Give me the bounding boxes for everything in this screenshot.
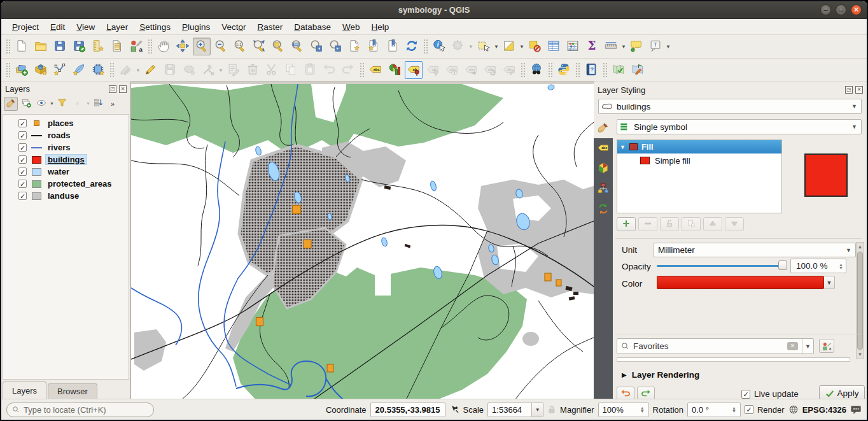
delete-selected-button[interactable] bbox=[244, 61, 262, 79]
color-dropdown-icon[interactable]: ▼ bbox=[824, 276, 835, 289]
measure-line-button[interactable] bbox=[602, 38, 620, 55]
rotation-spinbox[interactable]: 0.0 ° ▲▼ bbox=[687, 403, 741, 417]
save-project-as-button[interactable] bbox=[70, 38, 88, 55]
close-panel-icon[interactable]: ✕ bbox=[855, 86, 863, 94]
filter-legend-button[interactable] bbox=[55, 97, 69, 111]
renderer-combo[interactable]: Single symbol ▼ bbox=[617, 119, 862, 134]
symbology-3d-tab[interactable] bbox=[594, 159, 613, 179]
render-checkbox[interactable]: ✓ bbox=[745, 405, 753, 414]
zoom-last-button[interactable] bbox=[307, 38, 325, 55]
expand-collapse-all-button[interactable] bbox=[92, 97, 106, 111]
close-panel-icon[interactable]: ✕ bbox=[119, 85, 127, 93]
history-tab-tab[interactable] bbox=[594, 199, 613, 220]
menu-help[interactable]: Help bbox=[366, 20, 395, 34]
magnifier-spinbox[interactable]: 100% ▲▼ bbox=[598, 403, 649, 417]
zoom-native-button[interactable]: 1:1 bbox=[231, 38, 249, 55]
highlight-pinned-labels-button[interactable]: ab bbox=[424, 61, 442, 79]
menu-layer[interactable]: Layer bbox=[101, 20, 134, 34]
text-annotation-button[interactable]: T bbox=[647, 38, 664, 55]
help-contents-button[interactable]: ? bbox=[582, 61, 600, 79]
add-group-button[interactable] bbox=[19, 97, 33, 111]
run-feature-action-dropdown-icon[interactable]: ▼ bbox=[468, 38, 474, 55]
select-features-dropdown-icon[interactable]: ▼ bbox=[493, 38, 500, 55]
symbol-tree-simplefill-row[interactable]: Simple fill bbox=[617, 153, 781, 168]
redo-button[interactable] bbox=[339, 61, 357, 79]
measure-line-dropdown-icon[interactable]: ▼ bbox=[620, 38, 627, 55]
zoom-to-layer-button[interactable] bbox=[288, 38, 306, 55]
open-layer-styling-button[interactable] bbox=[4, 97, 18, 111]
filter-by-expression-button[interactable]: ε bbox=[71, 97, 85, 111]
toolbar-grip[interactable] bbox=[109, 62, 114, 78]
scrollbar-thumb[interactable] bbox=[857, 252, 863, 350]
map-plugin-b-button[interactable] bbox=[629, 61, 647, 79]
zoom-to-selection-button[interactable] bbox=[269, 38, 287, 55]
toolbar-grip[interactable] bbox=[148, 39, 152, 54]
deselect-features-button[interactable] bbox=[526, 38, 543, 55]
show-hide-labels-button[interactable]: abc bbox=[443, 61, 461, 79]
map-canvas[interactable] bbox=[131, 82, 594, 399]
live-update-control[interactable]: ✓ Live update bbox=[741, 389, 799, 399]
move-up-symbol-layer-button[interactable] bbox=[703, 217, 722, 231]
float-panel-icon[interactable]: ◳ bbox=[109, 85, 116, 93]
toolbar-grip[interactable] bbox=[6, 62, 10, 78]
style-manager-button[interactable]: a bbox=[127, 38, 145, 55]
show-layout-manager-button[interactable] bbox=[108, 38, 126, 55]
pin-labels-button[interactable]: ab bbox=[405, 61, 423, 79]
toolbar-grip[interactable] bbox=[6, 39, 10, 54]
identify-features-button[interactable]: i bbox=[430, 38, 448, 55]
labels-tab-tab[interactable]: abc bbox=[594, 138, 613, 159]
manage-map-themes-button[interactable] bbox=[34, 97, 48, 111]
opacity-spinbox[interactable]: 100.0 % ▲▼ bbox=[790, 259, 846, 273]
show-bookmark-manager-button[interactable] bbox=[365, 38, 382, 55]
styling-layer-selector[interactable]: buildings ▼ bbox=[598, 99, 862, 114]
menu-edit[interactable]: Edit bbox=[45, 20, 71, 34]
menu-settings[interactable]: Settings bbox=[134, 20, 176, 34]
new-spatial-bookmark-button[interactable] bbox=[346, 38, 363, 55]
toolbar-grip[interactable] bbox=[360, 62, 364, 78]
cut-features-button[interactable] bbox=[263, 61, 281, 79]
text-annotation-dropdown-icon[interactable]: ▼ bbox=[665, 38, 671, 55]
current-edits-dropdown-icon[interactable]: ▼ bbox=[135, 61, 141, 79]
layer-visibility-checkbox[interactable]: ✓ bbox=[18, 131, 27, 139]
symbology-brush-tab[interactable] bbox=[594, 118, 613, 138]
vertex-tool-button[interactable] bbox=[199, 61, 217, 79]
crs-globe-icon[interactable] bbox=[788, 404, 799, 415]
pan-to-selection-button[interactable] bbox=[174, 38, 192, 55]
maximize-icon[interactable]: □ bbox=[836, 4, 846, 15]
style-manager-button[interactable]: a bbox=[819, 339, 834, 353]
layer-row-rivers[interactable]: ✓rivers bbox=[3, 141, 129, 153]
move-label-button[interactable]: abc bbox=[462, 61, 480, 79]
layer-visibility-checkbox[interactable]: ✓ bbox=[18, 180, 27, 188]
lock-scale-icon[interactable] bbox=[547, 405, 556, 415]
select-features-button[interactable] bbox=[475, 38, 493, 55]
new-print-layout-button[interactable] bbox=[89, 38, 107, 55]
unit-combo[interactable]: Millimeter ▼ bbox=[654, 243, 856, 257]
remove-symbol-layer-button[interactable] bbox=[638, 217, 657, 231]
layer-labeling-button[interactable]: abc bbox=[367, 61, 384, 79]
menu-raster[interactable]: Raster bbox=[252, 20, 289, 34]
menu-web[interactable]: Web bbox=[337, 20, 366, 34]
symbol-tree-fill-row[interactable]: ▼ Fill bbox=[617, 140, 781, 153]
add-symbol-layer-button[interactable] bbox=[617, 217, 636, 231]
refresh-button[interactable] bbox=[403, 38, 421, 55]
toolbar-overflow-button[interactable]: » bbox=[111, 100, 115, 108]
opacity-slider[interactable] bbox=[657, 259, 787, 272]
zoom-out-button[interactable] bbox=[212, 38, 230, 55]
lock-symbol-layer-button[interactable] bbox=[660, 217, 679, 231]
layer-visibility-checkbox[interactable]: ✓ bbox=[18, 155, 27, 164]
favorites-dropdown-icon[interactable]: ▼ bbox=[802, 339, 813, 353]
layer-diagram-button[interactable] bbox=[386, 61, 403, 79]
layer-visibility-checkbox[interactable]: ✓ bbox=[18, 192, 27, 200]
extents-toggle-icon[interactable] bbox=[449, 404, 459, 415]
toolbar-grip[interactable] bbox=[603, 62, 607, 78]
metasearch-button[interactable] bbox=[528, 61, 545, 79]
map-tips-button[interactable] bbox=[627, 38, 645, 55]
dock-tab-layers[interactable]: Layers bbox=[3, 382, 46, 399]
layer-row-roads[interactable]: ✓roads bbox=[3, 129, 129, 141]
float-panel-icon[interactable]: ◳ bbox=[845, 86, 853, 94]
select-by-form-button[interactable] bbox=[500, 38, 518, 55]
live-update-checkbox[interactable]: ✓ bbox=[741, 390, 750, 399]
scale-combo[interactable]: 1:53664 ▼ bbox=[487, 403, 543, 417]
menu-vector[interactable]: Vector bbox=[216, 20, 251, 34]
color-swatch[interactable] bbox=[657, 276, 824, 289]
